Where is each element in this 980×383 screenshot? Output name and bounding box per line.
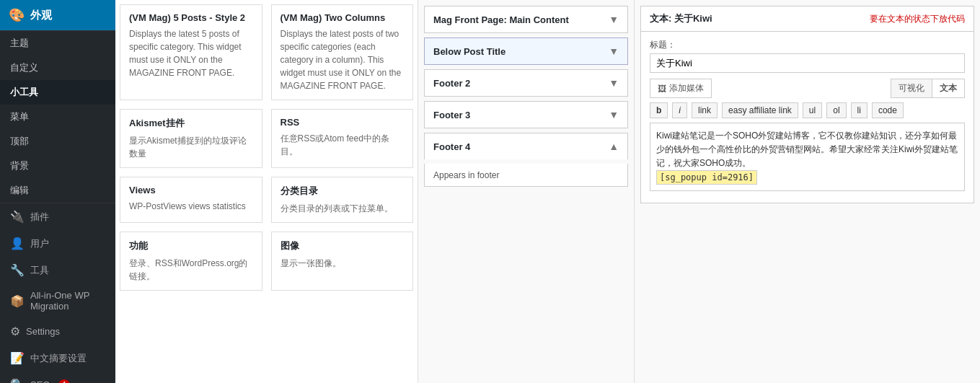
format-ul[interactable]: ul: [803, 102, 822, 118]
widget-area-footer4[interactable]: Footer 4 ▲: [424, 133, 628, 159]
sidebar-appearance-section: 主题 自定义 小工具 ← 菜单 顶部 背景 编辑: [0, 30, 115, 203]
widget-list-panel: (VM Mag) 5 Posts - Style 2 Displays the …: [115, 0, 418, 383]
appearance-icon: 🎨: [9, 7, 25, 23]
text-widget-note: 要在文本的状态下放代码: [870, 13, 965, 25]
sidebar-item-menu[interactable]: 菜单: [0, 105, 115, 129]
widget-card-desc: 任意RSS或Atom feed中的条目。: [281, 132, 405, 158]
tools-icon: 🔧: [10, 263, 25, 277]
format-code[interactable]: code: [872, 102, 904, 118]
text-widget-body: 标题： 🖼 添加媒体 可视化 文本 b i link easy affiliat…: [640, 32, 974, 203]
text-widget-title: 文本: 关于Kiwi: [650, 12, 712, 25]
widget-card-title: 图像: [281, 239, 405, 252]
format-affiliate[interactable]: easy affiliate link: [722, 102, 798, 118]
sidebar-item-users[interactable]: 👤 用户: [0, 230, 115, 257]
chevron-down-icon: ▼: [609, 77, 619, 89]
seo-icon: 🔍: [10, 378, 25, 383]
widget-card-title: Akismet挂件: [129, 117, 253, 130]
sidebar-item-theme[interactable]: 主题: [0, 31, 115, 56]
widget-card-title: Views: [129, 185, 253, 195]
chevron-down-icon: ▼: [609, 109, 619, 120]
plugins-icon: 🔌: [10, 210, 25, 224]
widget-card-title: 功能: [129, 239, 253, 252]
widget-card-desc: Displays the latest posts of two specifi…: [281, 27, 405, 92]
sidebar-header-label: 外观: [30, 9, 52, 22]
format-bold[interactable]: b: [650, 102, 668, 118]
view-mode-buttons: 可视化 文本: [891, 79, 965, 98]
title-input[interactable]: [650, 53, 965, 73]
widget-card-desc: 显示Akismet捕捉到的垃圾评论数量: [129, 134, 253, 160]
widget-area-belowposttitle[interactable]: Below Post Title ▼: [424, 38, 628, 65]
sidebar-item-allinone[interactable]: 📦 All-in-One WP Migration: [0, 283, 115, 318]
widget-card-rss[interactable]: RSS 任意RSS或Atom feed中的条目。: [271, 109, 414, 168]
format-ol[interactable]: ol: [826, 102, 846, 118]
sidebar-item-widgets[interactable]: 小工具 ←: [0, 80, 115, 105]
chevron-down-icon: ▼: [609, 45, 619, 57]
text-mode-button[interactable]: 文本: [932, 79, 965, 98]
allinone-icon: 📦: [10, 294, 25, 308]
widget-card-desc: 分类目录的列表或下拉菜单。: [281, 202, 405, 215]
widget-grid: (VM Mag) 5 Posts - Style 2 Displays the …: [115, 0, 418, 295]
sidebar-item-background[interactable]: 背景: [0, 154, 115, 178]
widget-card-categorydir[interactable]: 分类目录 分类目录的列表或下拉菜单。: [271, 177, 414, 223]
widget-area-footer4-detail: Appears in footer: [424, 164, 628, 187]
widget-area-footer4-label: Footer 4: [433, 141, 470, 152]
toolbar-row: 🖼 添加媒体 可视化 文本: [650, 79, 965, 98]
widget-card-title: RSS: [281, 117, 405, 128]
widget-card-title: (VM Mag) Two Columns: [281, 12, 405, 23]
format-italic[interactable]: i: [672, 102, 687, 118]
sidebar-item-seo[interactable]: 🔍 SEO 1: [0, 371, 115, 383]
editor-content: Kiwi建站笔记是一个SOHO外贸建站博客，它不仅教你建站知识，还分享如何最少的…: [656, 131, 958, 168]
widget-area-footer2-label: Footer 2: [433, 78, 470, 89]
sidebar-item-editor[interactable]: 编辑: [0, 178, 115, 203]
sidebar-item-plugins[interactable]: 🔌 插件: [0, 203, 115, 230]
users-icon: 👤: [10, 237, 25, 250]
seo-badge: 1: [58, 379, 70, 384]
title-label: 标题：: [650, 39, 965, 51]
chevron-up-icon: ▲: [609, 141, 619, 152]
text-editor[interactable]: Kiwi建站笔记是一个SOHO外贸建站博客，它不仅教你建站知识，还分享如何最少的…: [650, 123, 965, 191]
sidebar-header[interactable]: 🎨 外观: [0, 0, 115, 30]
widget-area-footer3[interactable]: Footer 3 ▼: [424, 101, 628, 128]
widget-card-image[interactable]: 图像 显示一张图像。: [271, 232, 414, 291]
widget-card-vmmagtwocols[interactable]: (VM Mag) Two Columns Displays the latest…: [271, 4, 414, 100]
widget-card-desc: WP-PostViews views statistics: [129, 200, 253, 213]
widget-area-maincontent[interactable]: Mag Front Page: Main Content ▼: [424, 6, 628, 33]
widget-card-vmmag5posts[interactable]: (VM Mag) 5 Posts - Style 2 Displays the …: [120, 4, 262, 100]
widget-card-desc: 显示一张图像。: [281, 257, 405, 270]
sidebar-item-chinese[interactable]: 📝 中文摘要设置: [0, 345, 115, 371]
widget-area-maincontent-label: Mag Front Page: Main Content: [433, 14, 569, 25]
sidebar-item-settings[interactable]: ⚙ Settings: [0, 318, 115, 345]
format-toolbar: b i link easy affiliate link ul ol li co…: [650, 102, 965, 118]
widget-card-desc: 登录、RSS和WordPress.org的链接。: [129, 257, 253, 283]
sidebar-item-header[interactable]: 顶部: [0, 129, 115, 154]
visualize-button[interactable]: 可视化: [891, 79, 932, 98]
widget-area-detail-text: Appears in footer: [433, 170, 499, 180]
format-li[interactable]: li: [851, 102, 868, 118]
sidebar-item-tools[interactable]: 🔧 工具: [0, 257, 115, 283]
media-icon: 🖼: [658, 84, 666, 94]
widget-card-akismet[interactable]: Akismet挂件 显示Akismet捕捉到的垃圾评论数量: [120, 109, 262, 168]
sidebar: 🎨 外观 主题 自定义 小工具 ← 菜单 顶部 背景 编辑 🔌 插件 👤 用户 …: [0, 0, 115, 383]
widget-card-views[interactable]: Views WP-PostViews views statistics: [120, 177, 262, 223]
sidebar-item-customize[interactable]: 自定义: [0, 56, 115, 80]
widget-areas-panel: Mag Front Page: Main Content ▼ Below Pos…: [418, 0, 635, 383]
chevron-down-icon: ▼: [609, 14, 619, 25]
text-widget-header: 文本: 关于Kiwi 要在文本的状态下放代码: [640, 6, 974, 32]
settings-icon: ⚙: [10, 325, 20, 338]
main-area: (VM Mag) 5 Posts - Style 2 Displays the …: [115, 0, 980, 383]
text-widget-panel: 文本: 关于Kiwi 要在文本的状态下放代码 标题： 🖼 添加媒体 可视化 文本…: [635, 0, 980, 383]
widget-card-desc: Displays the latest 5 posts of specific …: [129, 27, 253, 79]
add-media-button[interactable]: 🖼 添加媒体: [650, 79, 712, 98]
widget-area-footer3-label: Footer 3: [433, 110, 470, 120]
widget-card-func[interactable]: 功能 登录、RSS和WordPress.org的链接。: [120, 232, 262, 291]
widget-card-title: (VM Mag) 5 Posts - Style 2: [129, 12, 253, 23]
shortcode-highlight: [sg_popup id=2916]: [656, 170, 757, 185]
sidebar-plugins-section: 🔌 插件 👤 用户 🔧 工具 📦 All-in-One WP Migration…: [0, 203, 115, 383]
widget-card-title: 分类目录: [281, 185, 405, 198]
widget-area-belowposttitle-label: Below Post Title: [433, 46, 506, 57]
chinese-icon: 📝: [10, 351, 25, 365]
widget-area-footer2[interactable]: Footer 2 ▼: [424, 69, 628, 97]
format-link[interactable]: link: [692, 102, 718, 118]
